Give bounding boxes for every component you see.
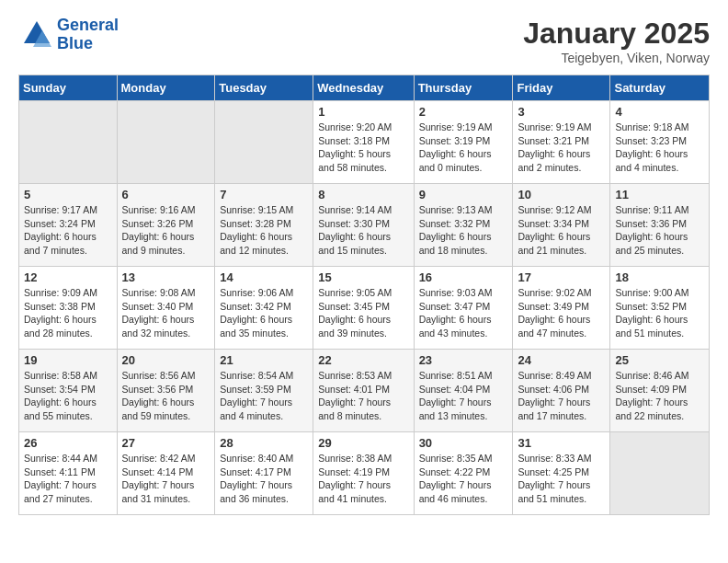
day-cell: 14Sunrise: 9:06 AM Sunset: 3:42 PM Dayli…	[215, 267, 313, 350]
day-info: Sunrise: 8:44 AM Sunset: 4:11 PM Dayligh…	[24, 452, 112, 506]
day-number: 19	[24, 353, 112, 367]
day-info: Sunrise: 9:20 AM Sunset: 3:18 PM Dayligh…	[318, 121, 408, 175]
day-number: 11	[615, 188, 704, 201]
day-cell	[117, 101, 215, 184]
weekday-tuesday: Tuesday	[215, 75, 313, 101]
header: General Blue January 2025 Teigebyen, Vik…	[18, 17, 710, 65]
day-cell: 27Sunrise: 8:42 AM Sunset: 4:14 PM Dayli…	[117, 432, 215, 515]
day-info: Sunrise: 8:58 AM Sunset: 3:54 PM Dayligh…	[24, 369, 112, 423]
day-info: Sunrise: 9:19 AM Sunset: 3:21 PM Dayligh…	[518, 121, 605, 175]
day-info: Sunrise: 9:13 AM Sunset: 3:32 PM Dayligh…	[419, 203, 508, 258]
day-cell	[19, 101, 118, 184]
day-info: Sunrise: 9:06 AM Sunset: 3:42 PM Dayligh…	[220, 286, 308, 340]
day-number: 4	[615, 105, 704, 119]
day-number: 23	[419, 353, 508, 367]
day-cell: 28Sunrise: 8:40 AM Sunset: 4:17 PM Dayli…	[215, 432, 313, 515]
day-info: Sunrise: 9:09 AM Sunset: 3:38 PM Dayligh…	[24, 286, 112, 340]
day-number: 26	[24, 436, 112, 450]
weekday-thursday: Thursday	[414, 75, 513, 101]
day-number: 31	[518, 436, 605, 450]
week-row-4: 19Sunrise: 8:58 AM Sunset: 3:54 PM Dayli…	[19, 350, 710, 432]
day-number: 18	[615, 270, 704, 284]
day-cell: 18Sunrise: 9:00 AM Sunset: 3:52 PM Dayli…	[610, 267, 710, 350]
logo-line2: Blue	[57, 34, 93, 52]
day-cell: 13Sunrise: 9:08 AM Sunset: 3:40 PM Dayli…	[117, 267, 215, 350]
day-cell: 12Sunrise: 9:09 AM Sunset: 3:38 PM Dayli…	[19, 267, 118, 350]
day-cell: 22Sunrise: 8:53 AM Sunset: 4:01 PM Dayli…	[313, 350, 414, 432]
week-row-3: 12Sunrise: 9:09 AM Sunset: 3:38 PM Dayli…	[19, 267, 710, 350]
day-cell: 5Sunrise: 9:17 AM Sunset: 3:24 PM Daylig…	[19, 184, 118, 267]
weekday-sunday: Sunday	[19, 75, 118, 101]
day-cell: 17Sunrise: 9:02 AM Sunset: 3:49 PM Dayli…	[513, 267, 610, 350]
day-cell: 21Sunrise: 8:54 AM Sunset: 3:59 PM Dayli…	[215, 350, 313, 432]
location: Teigebyen, Viken, Norway	[523, 51, 710, 65]
day-info: Sunrise: 9:02 AM Sunset: 3:49 PM Dayligh…	[518, 286, 605, 340]
day-cell: 23Sunrise: 8:51 AM Sunset: 4:04 PM Dayli…	[414, 350, 513, 432]
day-number: 9	[419, 188, 508, 201]
day-cell: 9Sunrise: 9:13 AM Sunset: 3:32 PM Daylig…	[414, 184, 513, 267]
day-number: 6	[122, 188, 210, 201]
day-info: Sunrise: 8:38 AM Sunset: 4:19 PM Dayligh…	[318, 452, 408, 506]
day-info: Sunrise: 8:46 AM Sunset: 4:09 PM Dayligh…	[615, 369, 704, 423]
day-number: 12	[24, 270, 112, 284]
day-cell: 10Sunrise: 9:12 AM Sunset: 3:34 PM Dayli…	[513, 184, 610, 267]
day-number: 29	[318, 436, 408, 450]
day-number: 2	[419, 105, 508, 119]
day-cell: 20Sunrise: 8:56 AM Sunset: 3:56 PM Dayli…	[117, 350, 215, 432]
day-number: 27	[122, 436, 210, 450]
day-info: Sunrise: 9:18 AM Sunset: 3:23 PM Dayligh…	[615, 121, 704, 175]
day-number: 7	[220, 188, 308, 201]
day-number: 3	[518, 105, 605, 119]
day-info: Sunrise: 9:19 AM Sunset: 3:19 PM Dayligh…	[419, 121, 508, 175]
day-info: Sunrise: 8:42 AM Sunset: 4:14 PM Dayligh…	[122, 452, 210, 506]
day-info: Sunrise: 8:53 AM Sunset: 4:01 PM Dayligh…	[318, 369, 408, 423]
weekday-saturday: Saturday	[610, 75, 710, 101]
day-info: Sunrise: 8:51 AM Sunset: 4:04 PM Dayligh…	[419, 369, 508, 423]
day-cell: 2Sunrise: 9:19 AM Sunset: 3:19 PM Daylig…	[414, 101, 513, 184]
day-number: 16	[419, 270, 508, 284]
day-number: 24	[518, 353, 605, 367]
day-cell: 8Sunrise: 9:14 AM Sunset: 3:30 PM Daylig…	[313, 184, 414, 267]
day-number: 15	[318, 270, 408, 284]
day-info: Sunrise: 8:40 AM Sunset: 4:17 PM Dayligh…	[220, 452, 308, 506]
day-info: Sunrise: 8:35 AM Sunset: 4:22 PM Dayligh…	[419, 452, 508, 506]
day-cell: 29Sunrise: 8:38 AM Sunset: 4:19 PM Dayli…	[313, 432, 414, 515]
day-info: Sunrise: 9:14 AM Sunset: 3:30 PM Dayligh…	[318, 203, 408, 258]
logo-text: General Blue	[57, 17, 119, 53]
weekday-monday: Monday	[117, 75, 215, 101]
day-cell: 30Sunrise: 8:35 AM Sunset: 4:22 PM Dayli…	[414, 432, 513, 515]
day-number: 22	[318, 353, 408, 367]
day-cell: 3Sunrise: 9:19 AM Sunset: 3:21 PM Daylig…	[513, 101, 610, 184]
day-info: Sunrise: 9:05 AM Sunset: 3:45 PM Dayligh…	[318, 286, 408, 340]
day-number: 28	[220, 436, 308, 450]
day-cell: 1Sunrise: 9:20 AM Sunset: 3:18 PM Daylig…	[313, 101, 414, 184]
day-cell: 26Sunrise: 8:44 AM Sunset: 4:11 PM Dayli…	[19, 432, 118, 515]
title-block: January 2025 Teigebyen, Viken, Norway	[523, 17, 710, 65]
day-cell: 24Sunrise: 8:49 AM Sunset: 4:06 PM Dayli…	[513, 350, 610, 432]
week-row-2: 5Sunrise: 9:17 AM Sunset: 3:24 PM Daylig…	[19, 184, 710, 267]
day-cell: 6Sunrise: 9:16 AM Sunset: 3:26 PM Daylig…	[117, 184, 215, 267]
week-row-5: 26Sunrise: 8:44 AM Sunset: 4:11 PM Dayli…	[19, 432, 710, 515]
day-cell: 31Sunrise: 8:33 AM Sunset: 4:25 PM Dayli…	[513, 432, 610, 515]
day-info: Sunrise: 9:17 AM Sunset: 3:24 PM Dayligh…	[24, 203, 112, 258]
day-info: Sunrise: 8:49 AM Sunset: 4:06 PM Dayligh…	[518, 369, 605, 423]
calendar: SundayMondayTuesdayWednesdayThursdayFrid…	[18, 75, 710, 515]
page: General Blue January 2025 Teigebyen, Vik…	[0, 0, 728, 532]
day-cell	[610, 432, 710, 515]
day-number: 21	[220, 353, 308, 367]
day-info: Sunrise: 8:33 AM Sunset: 4:25 PM Dayligh…	[518, 452, 605, 506]
day-number: 25	[615, 353, 704, 367]
day-info: Sunrise: 8:54 AM Sunset: 3:59 PM Dayligh…	[220, 369, 308, 423]
day-number: 13	[122, 270, 210, 284]
weekday-friday: Friday	[513, 75, 610, 101]
day-cell	[215, 101, 313, 184]
month-title: January 2025	[523, 17, 710, 51]
week-row-1: 1Sunrise: 9:20 AM Sunset: 3:18 PM Daylig…	[19, 101, 710, 184]
day-info: Sunrise: 9:12 AM Sunset: 3:34 PM Dayligh…	[518, 203, 605, 258]
day-info: Sunrise: 9:16 AM Sunset: 3:26 PM Dayligh…	[122, 203, 210, 258]
day-info: Sunrise: 9:15 AM Sunset: 3:28 PM Dayligh…	[220, 203, 308, 258]
day-number: 30	[419, 436, 508, 450]
logo: General Blue	[18, 17, 119, 53]
day-number: 8	[318, 188, 408, 201]
day-cell: 7Sunrise: 9:15 AM Sunset: 3:28 PM Daylig…	[215, 184, 313, 267]
